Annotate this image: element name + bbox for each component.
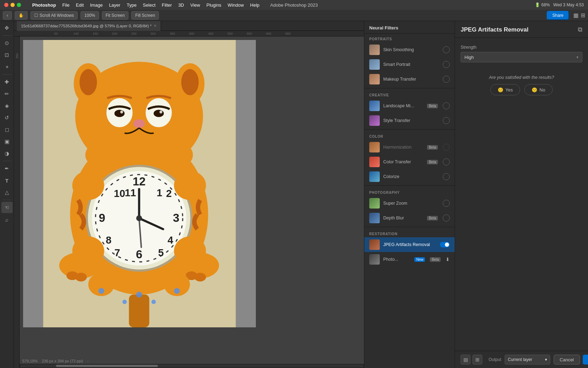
filter-name-jpeg-artifacts: JPEG Artifacts Removal bbox=[383, 242, 436, 247]
menu-file[interactable]: File bbox=[59, 2, 72, 8]
gradient-tool[interactable] bbox=[1, 136, 13, 147]
filter-smart-portrait[interactable]: Smart Portrait bbox=[364, 57, 455, 72]
filter-thumb-smart-portrait bbox=[369, 59, 380, 70]
tab-title: 15c61d0668737ddac77535268cbd3649.jpg @ 5… bbox=[21, 24, 152, 28]
ruler-550: 550 bbox=[247, 32, 266, 35]
scroll-all-windows-checkbox[interactable]: ☐ Scroll All Windows bbox=[30, 11, 78, 20]
hand-tool-btn[interactable]: ✋ bbox=[15, 11, 28, 20]
toggle-harmonization[interactable] bbox=[443, 144, 450, 151]
fill-screen-button[interactable]: Fill Screen bbox=[131, 11, 159, 20]
brush-tool[interactable] bbox=[1, 88, 13, 100]
scrollbar-track-h[interactable] bbox=[22, 365, 361, 367]
toggle-super-zoom[interactable] bbox=[443, 200, 450, 207]
filter-skin-smoothing[interactable]: Skin Smoothing bbox=[364, 42, 455, 57]
toggle-skin-smoothing[interactable] bbox=[443, 46, 450, 53]
section-photography: PHOTOGRAPHY bbox=[364, 187, 455, 196]
strength-dropdown[interactable]: High ▾ bbox=[461, 52, 582, 62]
maximize-button[interactable] bbox=[17, 3, 21, 7]
zoom-level-display[interactable]: 100% bbox=[80, 11, 99, 20]
photo-download-icon[interactable]: ⬇ bbox=[446, 257, 450, 262]
smile-icon: 🙂 bbox=[498, 87, 503, 93]
share-button[interactable]: Share bbox=[547, 11, 569, 20]
neural-filters-header: Neural Filters bbox=[364, 21, 455, 34]
crop-tool[interactable] bbox=[1, 49, 13, 61]
filter-harmonization[interactable]: Harmonization Beta bbox=[364, 140, 455, 155]
toggle-colorize[interactable] bbox=[443, 173, 450, 180]
menu-filter[interactable]: Filter bbox=[159, 2, 175, 8]
hand-tool[interactable] bbox=[1, 202, 13, 213]
menu-select[interactable]: Select bbox=[140, 2, 158, 8]
menu-view[interactable]: View bbox=[188, 2, 203, 8]
toggle-style-transfer[interactable] bbox=[443, 117, 450, 124]
strength-field: Strength High ▾ bbox=[461, 45, 582, 62]
horizontal-scrollbar[interactable]: ‹ › bbox=[20, 364, 364, 368]
menu-window[interactable]: Window bbox=[225, 2, 246, 8]
ok-button[interactable]: OK bbox=[583, 355, 588, 364]
tab-close[interactable]: ✕ bbox=[154, 24, 156, 28]
menu-edit[interactable]: Edit bbox=[73, 2, 86, 8]
history-brush-tool[interactable] bbox=[1, 112, 13, 123]
scrollbar-thumb-h[interactable] bbox=[56, 365, 158, 367]
sep-2 bbox=[364, 129, 455, 130]
menu-image[interactable]: Image bbox=[87, 2, 105, 8]
stamp-tool[interactable] bbox=[1, 100, 13, 111]
svg-point-52 bbox=[152, 300, 156, 304]
minimize-button[interactable] bbox=[10, 3, 15, 7]
type-tool[interactable] bbox=[1, 175, 13, 186]
lasso-tool[interactable] bbox=[1, 38, 13, 49]
close-button[interactable] bbox=[4, 3, 8, 7]
yes-button[interactable]: 🙂 Yes bbox=[490, 84, 520, 95]
svg-text:2: 2 bbox=[166, 188, 172, 199]
layers-icon-btn[interactable]: ▤ bbox=[461, 355, 470, 364]
back-button[interactable]: ‹ bbox=[3, 11, 12, 20]
section-portraits: PORTRAITS bbox=[364, 34, 455, 42]
cancel-button[interactable]: Cancel bbox=[554, 355, 580, 364]
filter-super-zoom[interactable]: Super Zoom bbox=[364, 196, 455, 211]
menu-help[interactable]: Help bbox=[247, 2, 262, 8]
pen-tool[interactable] bbox=[1, 163, 13, 174]
filter-color-transfer[interactable]: Color Transfer Beta bbox=[364, 155, 455, 169]
filter-landscape-mixer[interactable]: Landscape Mi... Beta bbox=[364, 98, 455, 113]
tool-divider-4 bbox=[3, 200, 11, 200]
filter-colorize[interactable]: Colorize bbox=[364, 169, 455, 184]
toggle-smart-portrait[interactable] bbox=[443, 61, 450, 68]
filter-thumb-depth-blur bbox=[369, 213, 380, 223]
canvas-viewport[interactable]: 12 3 6 9 2 10 1 11 4 5 7 8 bbox=[20, 36, 364, 368]
filter-depth-blur[interactable]: Depth Blur Beta bbox=[364, 211, 455, 225]
dodge-tool[interactable] bbox=[1, 148, 13, 159]
menu-plugins[interactable]: Plugins bbox=[204, 2, 224, 8]
filter-style-transfer[interactable]: Style Transfer bbox=[364, 113, 455, 128]
detail-panel-restore-icon[interactable]: ⧉ bbox=[578, 26, 582, 33]
ruler-v-350: 350 bbox=[14, 39, 20, 59]
toggle-makeup-transfer[interactable] bbox=[443, 76, 450, 83]
healing-tool[interactable] bbox=[1, 76, 13, 88]
move-tool[interactable] bbox=[1, 22, 13, 34]
menu-layer[interactable]: Layer bbox=[106, 2, 123, 8]
toggle-depth-blur[interactable] bbox=[443, 214, 450, 222]
eyedropper-tool[interactable] bbox=[1, 61, 13, 73]
arrange-button[interactable]: ⊞ bbox=[581, 12, 585, 19]
shape-tool[interactable] bbox=[1, 187, 13, 198]
filter-photo-restoration[interactable]: Photo... New Beta ⬇ bbox=[364, 252, 455, 267]
checkbox-icon: ☐ bbox=[34, 13, 38, 18]
fit-screen-button[interactable]: Fit Screen bbox=[102, 11, 129, 20]
sep-1 bbox=[364, 88, 455, 88]
toggle-color-transfer[interactable] bbox=[443, 158, 450, 165]
detail-panel-header: JPEG Artifacts Removal ⧉ bbox=[455, 21, 588, 38]
zoom-tool[interactable] bbox=[1, 214, 13, 225]
canvas-tab[interactable]: 15c61d0668737ddac77535268cbd3649.jpg @ 5… bbox=[17, 21, 161, 31]
menu-type[interactable]: Type bbox=[124, 2, 139, 8]
scroll-right-arrow[interactable]: › bbox=[87, 359, 88, 363]
no-button[interactable]: 🙁 No bbox=[524, 84, 553, 95]
menu-3d[interactable]: 3D bbox=[175, 2, 187, 8]
eraser-tool[interactable] bbox=[1, 124, 13, 135]
toggle-landscape-mixer[interactable] bbox=[443, 102, 450, 109]
toggle-jpeg-artifacts[interactable] bbox=[440, 242, 450, 247]
scroll-right-arrow-2[interactable]: › bbox=[362, 364, 363, 368]
filter-makeup-transfer[interactable]: Makeup Transfer bbox=[364, 72, 455, 87]
filter-jpeg-artifacts[interactable]: JPEG Artifacts Removal bbox=[364, 237, 455, 252]
menu-photoshop[interactable]: Photoshop bbox=[29, 2, 59, 8]
stack-icon-btn[interactable]: ⊞ bbox=[472, 355, 482, 364]
panel-toggle-button[interactable]: ▦ bbox=[573, 12, 579, 19]
output-select[interactable]: Current layer ▾ bbox=[505, 355, 550, 364]
